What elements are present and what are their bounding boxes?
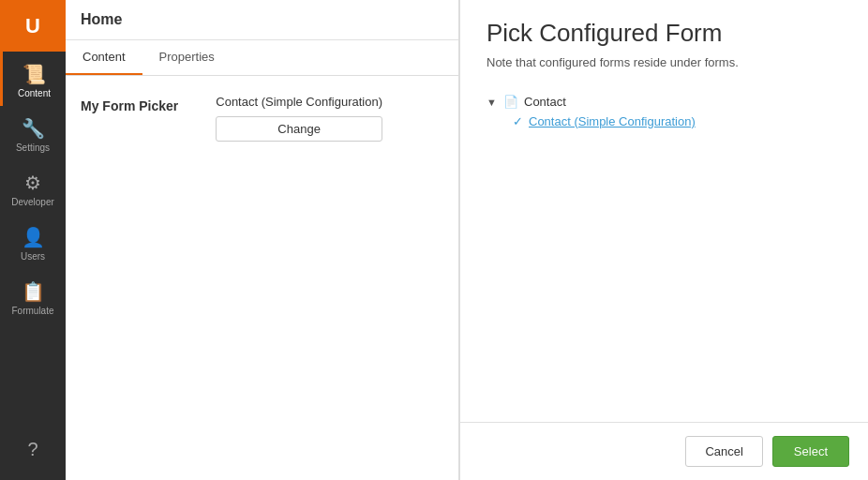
sidebar-item-settings[interactable]: 🔧 Settings bbox=[0, 106, 66, 160]
tree-node-icon: 📄 bbox=[503, 95, 518, 109]
content-icon: 📜 bbox=[22, 63, 46, 85]
sidebar-item-formulate[interactable]: 📋 Formulate bbox=[0, 269, 66, 323]
panel-header: Pick Configured Form Note that configure… bbox=[460, 0, 868, 92]
sidebar-item-label-settings: Settings bbox=[16, 142, 50, 153]
content-area: My Form Picker Contact (Simple Configura… bbox=[66, 76, 458, 480]
sidebar-item-content[interactable]: 📜 Content bbox=[0, 52, 66, 106]
settings-icon: 🔧 bbox=[22, 117, 45, 140]
help-icon: ? bbox=[27, 439, 37, 460]
sidebar-logo[interactable]: U bbox=[0, 0, 66, 52]
tab-content[interactable]: Content bbox=[66, 40, 142, 75]
tree-child-node: ✓ Contact (Simple Configuration) bbox=[513, 112, 842, 131]
tree-area: ▼ 📄 Contact ✓ Contact (Simple Configurat… bbox=[460, 92, 868, 422]
users-icon: 👤 bbox=[22, 226, 45, 248]
select-button[interactable]: Select bbox=[772, 436, 849, 467]
right-panel: Pick Configured Form Note that configure… bbox=[459, 0, 868, 480]
sidebar-item-label-content: Content bbox=[18, 88, 51, 98]
form-picker-label: My Form Picker bbox=[81, 98, 178, 113]
sidebar-bottom: ? bbox=[27, 428, 37, 480]
tree-root-label: Contact bbox=[524, 95, 566, 109]
form-picker-value: Contact (Simple Configuration) Change bbox=[216, 95, 382, 142]
panel-footer: Cancel Select bbox=[460, 422, 868, 480]
sidebar-item-label-developer: Developer bbox=[11, 197, 54, 207]
sidebar-item-developer[interactable]: ⚙ Developer bbox=[0, 160, 66, 215]
tree-child-link[interactable]: Contact (Simple Configuration) bbox=[529, 114, 696, 128]
panel-title: Pick Configured Form bbox=[486, 19, 842, 48]
sidebar-item-users[interactable]: 👤 Users bbox=[0, 215, 66, 269]
tree-check-icon: ✓ bbox=[513, 114, 523, 128]
sidebar: U 📜 Content 🔧 Settings ⚙ Developer 👤 Use… bbox=[0, 0, 66, 480]
formulate-icon: 📋 bbox=[22, 280, 45, 303]
panel-subtitle: Note that configured forms reside under … bbox=[486, 55, 842, 69]
tabs-bar: Content Properties bbox=[66, 40, 458, 76]
sidebar-item-help[interactable]: ? bbox=[27, 428, 37, 471]
tab-properties[interactable]: Properties bbox=[142, 40, 232, 75]
main-area: Home Content Properties My Form Picker C… bbox=[66, 0, 459, 480]
form-picker-row: My Form Picker Contact (Simple Configura… bbox=[81, 95, 443, 142]
tree-toggle-icon[interactable]: ▼ bbox=[486, 97, 498, 108]
cancel-button[interactable]: Cancel bbox=[685, 436, 762, 467]
sidebar-item-label-formulate: Formulate bbox=[11, 306, 53, 316]
sidebar-item-label-users: Users bbox=[21, 251, 45, 262]
form-picker-current-value: Contact (Simple Configuration) bbox=[216, 95, 382, 109]
developer-icon: ⚙ bbox=[24, 172, 41, 194]
logo-icon: U bbox=[25, 14, 40, 38]
page-title: Home bbox=[66, 0, 458, 40]
change-button[interactable]: Change bbox=[216, 116, 382, 142]
tree-root-node: ▼ 📄 Contact bbox=[486, 92, 842, 112]
